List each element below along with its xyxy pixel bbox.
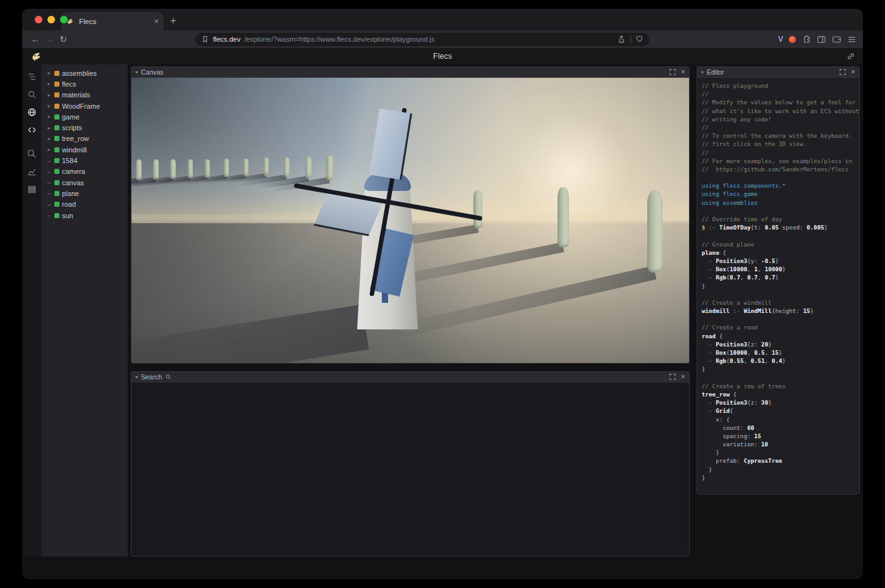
flecs-logo-icon[interactable] [30,50,43,63]
code-line: - Position3{z: 20} [702,340,858,348]
code-line [702,231,858,240]
back-button[interactable]: ← [28,32,42,46]
canvas-panel: ▾ Canvas × [131,66,690,364]
tree-item-tree_row[interactable]: ▸tree_row [42,133,128,144]
inspector-icon[interactable] [25,147,38,160]
browser-toolbar: ← → ↻ flecs.dev /explorer/?wasm=https://… [22,30,863,48]
entity-badge [54,191,59,196]
bookmark-icon[interactable] [201,35,209,44]
code-editor-icon[interactable] [25,123,38,136]
page-title: Flecs [22,52,863,61]
tree-item-camera[interactable]: –camera [42,166,128,177]
search-tool-icon[interactable] [25,88,38,101]
expand-icon[interactable] [839,69,846,75]
tree-item-scripts[interactable]: ▸scripts [42,122,128,133]
expand-arrow-icon[interactable]: ▸ [46,125,52,131]
forward-button[interactable]: → [42,32,56,46]
extension-icon[interactable] [789,36,796,43]
statistics-icon[interactable] [25,165,38,178]
separator: | [630,35,632,43]
entity-tree-icon[interactable] [25,70,38,83]
search-results-area[interactable] [131,383,689,556]
canvas-panel-header[interactable]: ▾ Canvas × [131,67,689,78]
reload-button[interactable]: ↻ [56,32,70,46]
tree-item-label: camera [62,168,85,175]
canvas-3d-view[interactable] [131,78,689,363]
editor-column: ▾ Editor × // Flecs playground//// Modif… [693,64,863,556]
world-3d-icon[interactable] [25,106,38,118]
expand-icon[interactable] [669,374,676,380]
tree-item-road[interactable]: –road [42,199,128,210]
zoom-window-button[interactable] [60,16,68,23]
chevron-down-icon[interactable]: ▾ [701,70,704,75]
expand-arrow-icon[interactable]: ▸ [46,92,52,98]
expand-arrow-icon[interactable]: ▸ [46,103,52,109]
share-icon[interactable] [617,35,626,44]
entity-badge [54,136,59,141]
chevron-down-icon[interactable]: ▾ [135,374,138,380]
shield-icon[interactable] [635,35,644,44]
cypress-tree-3d [326,156,333,180]
tree-item-plane[interactable]: –plane [42,188,128,199]
tab-bar: Flecs × + [22,9,863,30]
menu-icon[interactable] [847,35,857,44]
module-badge [54,104,59,109]
expand-arrow-icon[interactable]: ▸ [46,70,52,76]
window-footer [22,556,863,579]
cypress-tree-3d [188,159,193,178]
tree-item-label: WoodFrame [62,102,100,110]
logs-icon[interactable] [25,183,38,195]
wallet-icon[interactable] [832,35,841,44]
tree-item-label: canvas [62,179,84,187]
puzzle-icon[interactable] [802,35,811,44]
code-line: // [702,149,858,157]
tab-close-icon[interactable]: × [154,16,159,26]
code-line: windmill :- WindMill{height: 15} [702,307,858,315]
tree-item-WoodFrame[interactable]: ▸WoodFrame [42,101,128,111]
close-window-button[interactable] [35,16,42,23]
close-icon[interactable]: × [681,68,685,76]
tree-item-label: tree_row [62,135,89,142]
leaf-dash-icon: – [46,190,52,197]
tree-item-canvas[interactable]: –canvas [42,177,128,188]
tree-item-1584[interactable]: –1584 [42,155,128,166]
code-editor[interactable]: // Flecs playground//// Modify the value… [697,78,859,494]
code-line [702,374,858,382]
address-bar[interactable]: flecs.dev /explorer/?wasm=https://www.fl… [195,33,649,46]
expand-arrow-icon[interactable]: ▸ [46,136,52,142]
tree-item-assemblies[interactable]: ▸assemblies [42,68,128,78]
expand-icon[interactable] [669,69,676,75]
tool-strip [22,64,42,556]
link-icon[interactable] [846,52,855,61]
browser-tab[interactable]: Flecs × [61,12,164,30]
module-badge [54,92,59,97]
code-line: - Position3{z: 30} [702,398,858,407]
minimize-window-button[interactable] [47,16,55,23]
close-icon[interactable]: × [851,68,855,76]
expand-arrow-icon[interactable]: ▸ [46,114,52,119]
search-panel-header[interactable]: ▾ Search × [131,372,689,383]
close-icon[interactable]: × [681,373,685,381]
tree-item-materials[interactable]: ▸materials [42,90,128,101]
side-panel-icon[interactable] [817,35,826,44]
leaf-dash-icon: – [46,179,52,186]
code-line: } [702,465,858,474]
tree-item-windmill[interactable]: ▸windmill [42,144,128,155]
expand-arrow-icon[interactable]: ▸ [46,147,52,152]
tree-item-game[interactable]: ▸game [42,111,128,122]
editor-panel-header[interactable]: ▾ Editor × [697,67,859,78]
code-line: } [702,474,858,482]
chevron-down-icon[interactable]: ▾ [135,70,138,75]
new-tab-button[interactable]: + [170,15,176,27]
expand-arrow-icon[interactable]: ▸ [46,81,52,87]
vpn-icon[interactable]: V [778,35,783,44]
code-line [702,173,858,181]
tree-item-sun[interactable]: –sun [42,210,128,221]
code-line: // For more examples, see examples/plecs… [702,157,858,165]
code-line: - Box{10000, 1, 10000} [702,265,858,273]
code-line: // Flecs playground [702,82,858,90]
cypress-tree-3d [284,157,290,177]
tree-item-flecs[interactable]: ▸flecs [42,78,128,89]
url-host: flecs.dev [213,35,240,43]
tree-item-label: 1584 [62,157,77,164]
